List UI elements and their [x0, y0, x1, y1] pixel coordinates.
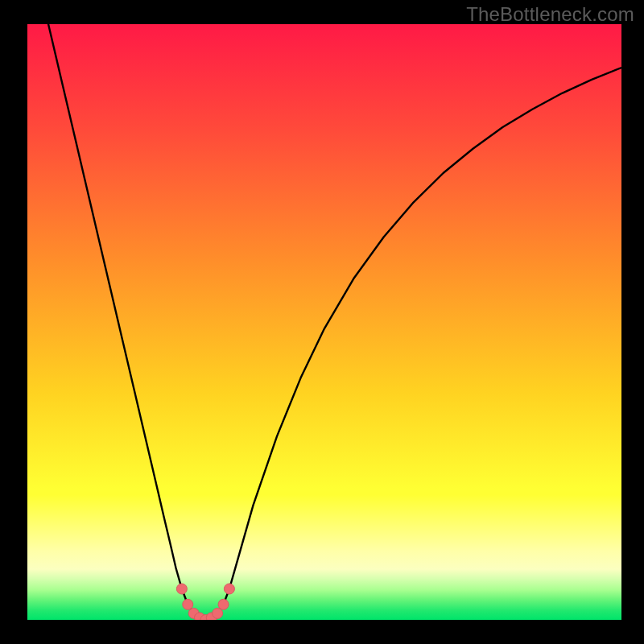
curve-markers — [176, 584, 234, 620]
plot-area — [27, 24, 621, 620]
chart-frame: TheBottleneck.com — [0, 0, 644, 644]
svg-point-2 — [183, 599, 193, 609]
bottleneck-curve — [27, 24, 621, 620]
svg-point-7 — [213, 608, 223, 618]
svg-point-1 — [176, 584, 187, 594]
svg-point-9 — [224, 584, 234, 594]
curve-path — [27, 24, 621, 620]
watermark-text: TheBottleneck.com — [466, 3, 634, 26]
svg-point-8 — [218, 599, 229, 609]
